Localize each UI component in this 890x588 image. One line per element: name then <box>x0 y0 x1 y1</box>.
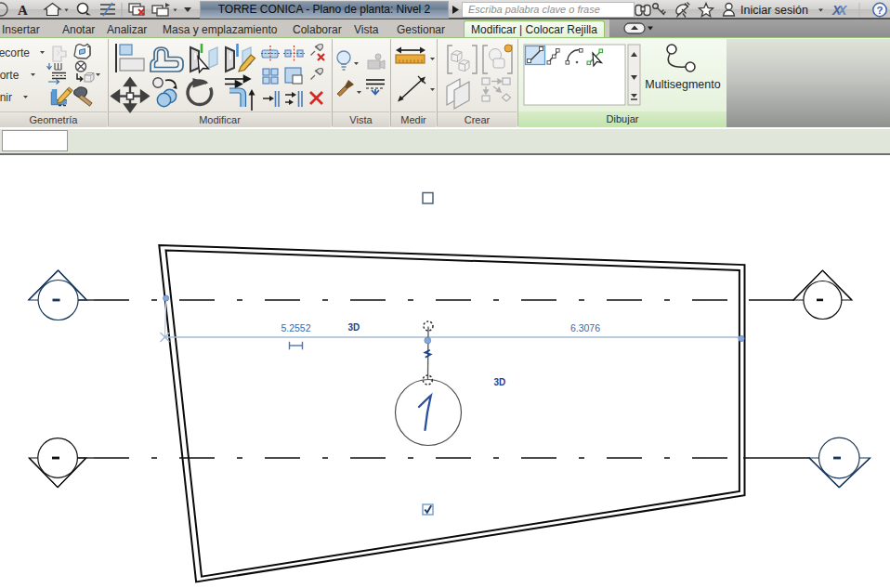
svg-text:Unir: Unir <box>0 91 12 104</box>
svg-text:3D: 3D <box>494 377 506 387</box>
svg-text:Multisegmento: Multisegmento <box>645 78 720 91</box>
svg-text:A: A <box>18 3 28 18</box>
svg-text:3D: 3D <box>348 322 360 333</box>
svg-text:Recorte: Recorte <box>0 46 30 59</box>
svg-text:?: ? <box>876 5 883 16</box>
svg-text:6.3076: 6.3076 <box>570 322 600 333</box>
svg-text:5.2552: 5.2552 <box>281 322 310 333</box>
svg-text:X: X <box>837 3 848 18</box>
svg-text:Corte: Corte <box>0 69 20 82</box>
svg-text:Iniciar sesión: Iniciar sesión <box>740 4 808 17</box>
